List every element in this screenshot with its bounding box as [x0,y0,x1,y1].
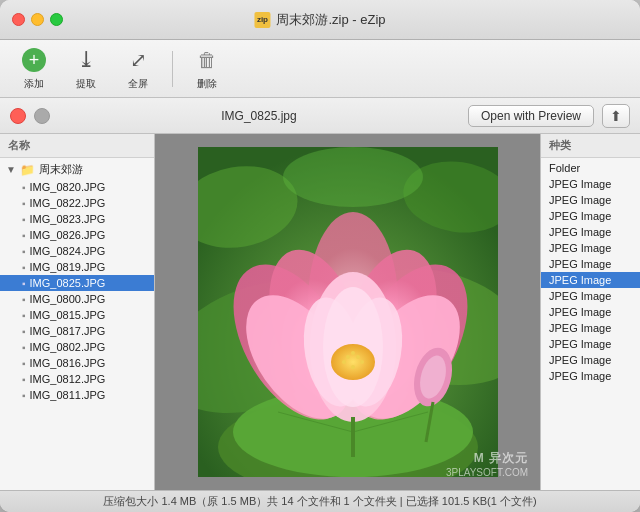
svg-point-21 [356,355,360,359]
watermark: M 异次元 3PLAYSOFT.COM [446,450,528,478]
extract-label: 提取 [76,77,96,91]
add-label: 添加 [24,77,44,91]
type-item: JPEG Image [541,368,640,384]
app-window: zip 周末郊游.zip - eZip + 添加 ⤓ 提取 ⤢ 全屏 [0,0,640,512]
fullscreen-icon: ⤢ [124,46,152,74]
type-item: JPEG Image [541,192,640,208]
file-icon: ▪ [22,342,26,353]
file-item[interactable]: ▪IMG_0823.JPG [0,211,154,227]
window-title-area: zip 周末郊游.zip - eZip [254,11,385,29]
file-icon: ▪ [22,326,26,337]
statusbar-text: 压缩包大小 1.4 MB（原 1.5 MB）共 14 个文件和 1 个文件夹 |… [103,494,536,509]
file-item[interactable]: ▪IMG_0811.JPG [0,387,154,403]
file-name: IMG_0822.JPG [30,197,106,209]
watermark-logo: M 异次元 [446,450,528,467]
file-icon: ▪ [22,230,26,241]
svg-point-23 [342,360,346,364]
file-item[interactable]: ▪IMG_0819.JPG [0,259,154,275]
main-content: 名称 ▼ 📁 周末郊游 ▪IMG_0820.JPG▪IMG_0822.JPG▪I… [0,134,640,490]
preview-filename: IMG_0825.jpg [58,109,460,123]
toolbar-separator [172,51,173,87]
file-name: IMG_0800.JPG [30,293,106,305]
type-item: JPEG Image [541,224,640,240]
traffic-lights [12,13,63,26]
file-icon: ▪ [22,390,26,401]
lotus-image [198,147,498,477]
type-item: JPEG Image [541,272,640,288]
file-icon: ▪ [22,358,26,369]
maximize-window-button[interactable] [50,13,63,26]
open-with-preview-button[interactable]: Open with Preview [468,105,594,127]
type-list-pane: 种类 FolderJPEG ImageJPEG ImageJPEG ImageJ… [540,134,640,490]
file-item[interactable]: ▪IMG_0820.JPG [0,179,154,195]
file-icon: ▪ [22,262,26,273]
close-window-button[interactable] [12,13,25,26]
file-item[interactable]: ▪IMG_0824.JPG [0,243,154,259]
type-item: Folder [541,160,640,176]
extract-icon: ⤓ [72,46,100,74]
preview-pane: M 异次元 3PLAYSOFT.COM [155,134,540,490]
watermark-site: 3PLAYSOFT.COM [446,467,528,478]
delete-icon: 🗑 [193,46,221,74]
svg-point-24 [360,360,364,364]
file-item[interactable]: ▪IMG_0816.JPG [0,355,154,371]
delete-button[interactable]: 🗑 删除 [185,42,229,95]
fullscreen-button[interactable]: ⤢ 全屏 [116,42,160,95]
share-button[interactable]: ⬆ [602,104,630,128]
file-item[interactable]: ▪IMG_0826.JPG [0,227,154,243]
type-item: JPEG Image [541,304,640,320]
minimize-window-button[interactable] [31,13,44,26]
file-list-pane: 名称 ▼ 📁 周末郊游 ▪IMG_0820.JPG▪IMG_0822.JPG▪I… [0,134,155,490]
share-icon: ⬆ [610,108,622,124]
file-item[interactable]: ▪IMG_0822.JPG [0,195,154,211]
file-item[interactable]: ▪IMG_0812.JPG [0,371,154,387]
file-items-container: ▪IMG_0820.JPG▪IMG_0822.JPG▪IMG_0823.JPG▪… [0,179,154,403]
extract-button[interactable]: ⤓ 提取 [64,42,108,95]
file-item[interactable]: ▪IMG_0802.JPG [0,339,154,355]
add-button[interactable]: + 添加 [12,42,56,95]
type-item: JPEG Image [541,336,640,352]
file-name: IMG_0825.JPG [30,277,106,289]
type-item: JPEG Image [541,208,640,224]
preview-back-button[interactable] [34,108,50,124]
type-item: JPEG Image [541,288,640,304]
file-icon: ▪ [22,310,26,321]
svg-point-19 [331,344,375,380]
statusbar: 压缩包大小 1.4 MB（原 1.5 MB）共 14 个文件和 1 个文件夹 |… [0,490,640,512]
type-item: JPEG Image [541,320,640,336]
svg-point-22 [351,351,355,355]
file-item[interactable]: ▪IMG_0800.JPG [0,291,154,307]
file-icon: ▪ [22,182,26,193]
type-list: FolderJPEG ImageJPEG ImageJPEG ImageJPEG… [541,158,640,490]
titlebar: zip 周末郊游.zip - eZip [0,0,640,40]
file-name: IMG_0802.JPG [30,341,106,353]
svg-point-32 [283,147,423,207]
file-item[interactable]: ▪IMG_0825.JPG [0,275,154,291]
svg-point-20 [346,355,350,359]
folder-item-zhoumojiaoyou[interactable]: ▼ 📁 周末郊游 [0,160,154,179]
delete-label: 删除 [197,77,217,91]
file-name: IMG_0812.JPG [30,373,106,385]
file-icon: ▪ [22,214,26,225]
main-toolbar: + 添加 ⤓ 提取 ⤢ 全屏 🗑 删除 [0,40,640,98]
window-title: 周末郊游.zip - eZip [276,11,385,29]
fullscreen-label: 全屏 [128,77,148,91]
file-icon: ▪ [22,278,26,289]
file-icon: ▪ [22,374,26,385]
type-item: JPEG Image [541,256,640,272]
file-item[interactable]: ▪IMG_0815.JPG [0,307,154,323]
file-name: IMG_0815.JPG [30,309,106,321]
type-item: JPEG Image [541,176,640,192]
file-tree[interactable]: ▼ 📁 周末郊游 ▪IMG_0820.JPG▪IMG_0822.JPG▪IMG_… [0,158,154,490]
file-list-header: 名称 [0,134,154,158]
preview-close-button[interactable]: × [10,108,26,124]
file-item[interactable]: ▪IMG_0817.JPG [0,323,154,339]
folder-name: 周末郊游 [39,162,83,177]
type-items-container: FolderJPEG ImageJPEG ImageJPEG ImageJPEG… [541,160,640,384]
file-name: IMG_0816.JPG [30,357,106,369]
file-name: IMG_0819.JPG [30,261,106,273]
folder-icon: 📁 [20,163,35,177]
zip-file-icon: zip [254,12,270,28]
type-item: JPEG Image [541,240,640,256]
file-name: IMG_0820.JPG [30,181,106,193]
